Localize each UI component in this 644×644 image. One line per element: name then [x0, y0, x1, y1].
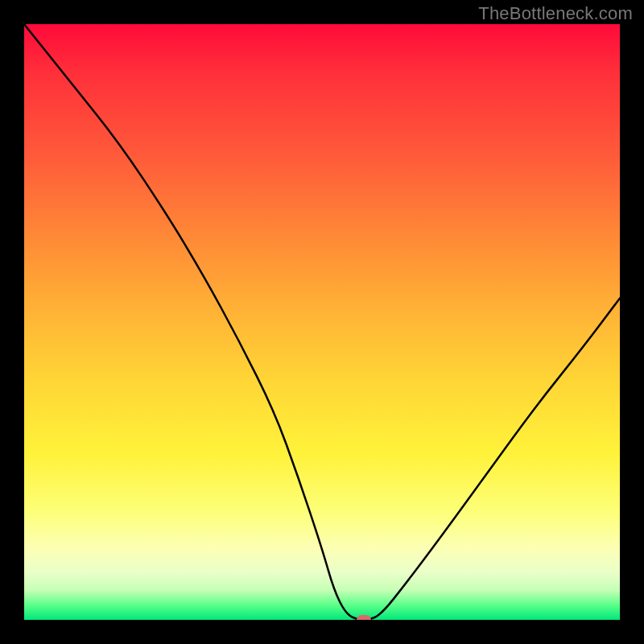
optimal-point-marker	[357, 615, 371, 620]
watermark-label: TheBottleneck.com	[478, 3, 633, 24]
bottleneck-curve	[24, 24, 620, 620]
plot-area	[24, 24, 620, 620]
chart-frame: TheBottleneck.com	[0, 0, 644, 644]
